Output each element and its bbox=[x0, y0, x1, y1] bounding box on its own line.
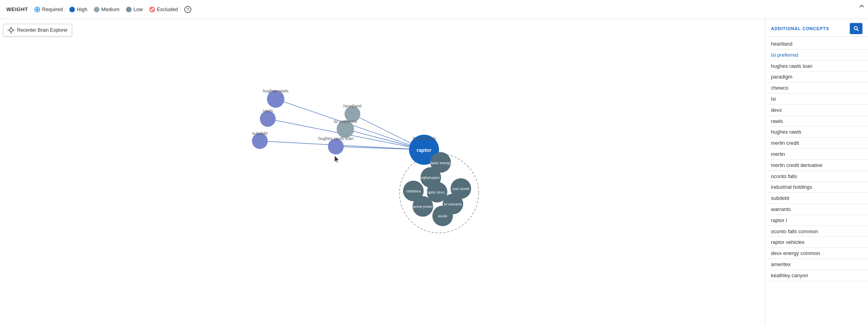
search-button[interactable] bbox=[850, 23, 862, 34]
legend-high: High bbox=[69, 6, 88, 12]
help-button[interactable]: ? bbox=[184, 6, 191, 13]
svg-line-1 bbox=[150, 8, 154, 12]
medium-dot bbox=[94, 7, 99, 12]
concept-item-paradigm[interactable]: paradigm bbox=[765, 71, 868, 82]
low-dot bbox=[126, 7, 132, 12]
graph-svg[interactable]: hughes rawls rawls subdebt heartland lsi… bbox=[0, 19, 765, 324]
concept-item-devx[interactable]: devx bbox=[765, 105, 868, 116]
concept-item-raptor_i[interactable]: raptor i bbox=[765, 215, 868, 226]
concept-item-subdebt[interactable]: subdebt bbox=[765, 193, 868, 204]
svg-point-8 bbox=[854, 27, 857, 30]
concept-item-merlin_credit[interactable]: merlin credit bbox=[765, 138, 868, 149]
low-label: Low bbox=[134, 6, 143, 12]
label-heartland: heartland bbox=[343, 104, 362, 108]
svg-line-9 bbox=[857, 29, 858, 31]
concept-item-oconto_falls_common[interactable]: oconto falls common bbox=[765, 226, 868, 237]
weight-label: WEIGHT bbox=[6, 6, 28, 12]
recenter-icon bbox=[8, 27, 15, 34]
legend-low: Low bbox=[126, 6, 143, 12]
label-hughes-rawls: hughes rawls bbox=[263, 88, 289, 93]
required-label: Required bbox=[42, 6, 63, 12]
high-label: High bbox=[77, 6, 88, 12]
label-siurek: siurek bbox=[438, 214, 447, 218]
label-rawls: rawls bbox=[263, 108, 273, 113]
recenter-button[interactable]: Recenter Brain Explorer bbox=[3, 24, 72, 36]
label-hughes-rawls-loan: hughes rawls loan bbox=[318, 136, 353, 141]
excluded-icon bbox=[149, 7, 155, 12]
node-rawls[interactable] bbox=[260, 111, 276, 127]
cursor-indicator bbox=[335, 156, 339, 163]
label-lsi-preferred: lsi preferred bbox=[334, 119, 357, 124]
concept-item-keathley_canyon[interactable]: keathley canyon bbox=[765, 270, 868, 281]
excluded-label: Excluded bbox=[157, 6, 178, 12]
right-panel-header: ADDITIONAL CONCEPTS bbox=[765, 19, 868, 37]
concept-item-hughes_rawls_loan[interactable]: hughes rawls loan bbox=[765, 61, 868, 72]
search-icon bbox=[853, 26, 859, 31]
label-raptor-struc: raptor struc... bbox=[427, 190, 448, 194]
label-ryan-siurek: ryan siurek bbox=[452, 187, 469, 191]
concept-item-heartland[interactable]: heartland bbox=[765, 38, 868, 50]
legend-medium: Medium bbox=[94, 6, 120, 12]
toolbar: WEIGHT Required High Medium Low Excluded… bbox=[0, 0, 868, 19]
additional-concepts-label: ADDITIONAL CONCEPTS bbox=[771, 26, 829, 31]
concept-item-merlin_credit_derivative[interactable]: merlin credit derivative bbox=[765, 160, 868, 171]
label-raptor: raptor bbox=[417, 147, 431, 153]
label-basic-energy: basic energy bbox=[431, 161, 451, 165]
legend-required: Required bbox=[34, 6, 63, 12]
label-subdebt: subdebt bbox=[252, 131, 267, 136]
label-active-power: active power bbox=[413, 205, 433, 209]
concept-item-hughes_rawls[interactable]: hughes rawls bbox=[765, 127, 868, 138]
concept-item-devx_energy_common[interactable]: devx energy common bbox=[765, 248, 868, 259]
concept-item-lsi_preferred[interactable]: lsi preferred bbox=[765, 50, 868, 61]
concept-item-merlin[interactable]: merlin bbox=[765, 149, 868, 160]
recenter-label: Recenter Brain Explorer bbox=[17, 27, 68, 33]
concept-item-raptor_vehicles[interactable]: raptor vehicles bbox=[765, 237, 868, 248]
svg-marker-7 bbox=[335, 156, 339, 163]
concept-list: heartlandlsi preferredhughes rawls loanp… bbox=[765, 37, 868, 324]
medium-label: Medium bbox=[101, 6, 120, 12]
concept-item-lsi[interactable]: lsi bbox=[765, 94, 868, 105]
concept-item-chewco[interactable]: chewco bbox=[765, 82, 868, 94]
concept-item-warrants[interactable]: warrants bbox=[765, 204, 868, 215]
label-your-search: Your Search bbox=[412, 136, 436, 141]
node-hughes-rawls-loan[interactable] bbox=[328, 139, 344, 155]
label-lsi-warrants: lsi warrants bbox=[444, 202, 462, 206]
required-dot bbox=[34, 7, 40, 12]
graph-area[interactable]: Recenter Brain Explorer hughes rawls bbox=[0, 19, 765, 324]
concept-item-ameritex[interactable]: ameritex bbox=[765, 259, 868, 270]
main-area: Recenter Brain Explorer hughes rawls bbox=[0, 19, 868, 324]
concept-item-oconto_falls[interactable]: oconto falls bbox=[765, 171, 868, 182]
concept-item-industrial_holdings[interactable]: industrial holdings bbox=[765, 182, 868, 193]
legend-excluded: Excluded bbox=[149, 6, 178, 12]
svg-point-2 bbox=[10, 29, 13, 32]
label-catalytica: catalytica bbox=[406, 189, 421, 193]
concept-item-rawls[interactable]: rawls bbox=[765, 116, 868, 127]
right-panel: ADDITIONAL CONCEPTS heartlandlsi preferr… bbox=[765, 19, 868, 324]
high-dot bbox=[69, 7, 75, 12]
label-brighamaptor-ii: brighamaptor ii bbox=[419, 176, 443, 180]
